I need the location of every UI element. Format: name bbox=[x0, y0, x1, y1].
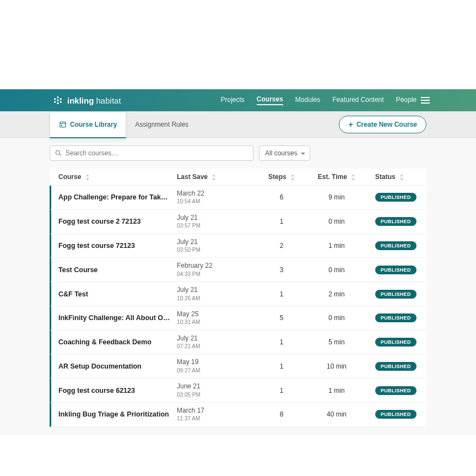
sub-nav: Course LibraryAssignment Rules + Create … bbox=[0, 111, 476, 138]
sort-icon bbox=[399, 175, 404, 180]
status-badge: PUBLISHED bbox=[375, 241, 416, 250]
status-badge: PUBLISHED bbox=[375, 290, 416, 299]
nav-item-featured-content[interactable]: Featured Content bbox=[332, 96, 383, 105]
table-row[interactable]: C&F TestJuly 2110:26 AM12 minPUBLISHED bbox=[50, 282, 426, 306]
nav-item-people[interactable]: People bbox=[396, 96, 416, 105]
col-header-steps[interactable]: Steps bbox=[254, 173, 309, 181]
svg-point-3 bbox=[54, 101, 56, 102]
row-est-time: 1 min bbox=[309, 387, 364, 394]
svg-point-8 bbox=[61, 125, 62, 126]
table-body: App Challenge: Prepare for TakeoffMarch … bbox=[50, 186, 426, 427]
plus-icon: + bbox=[348, 120, 353, 128]
course-table: Course Last Save Steps Est. Time bbox=[50, 169, 426, 427]
table-row[interactable]: Coaching & Feedback DemoJuly 2107:21 AM1… bbox=[50, 331, 426, 355]
row-last-save: July 2107:21 AM bbox=[177, 334, 254, 350]
library-icon bbox=[59, 121, 67, 128]
status-badge: PUBLISHED bbox=[375, 193, 416, 202]
row-steps: 6 bbox=[254, 193, 309, 201]
status-badge: PUBLISHED bbox=[375, 362, 416, 371]
row-est-time: 40 min bbox=[309, 410, 364, 418]
table-row[interactable]: Test CourseFebruary 2204:33 PM30 minPUBL… bbox=[50, 258, 426, 282]
brand-strong: inkling bbox=[67, 96, 94, 105]
table-row[interactable]: AR Setup DocumentationMay 1909:27 AM110 … bbox=[50, 354, 426, 378]
row-est-time: 2 min bbox=[309, 290, 364, 298]
svg-point-2 bbox=[60, 98, 62, 100]
row-last-save: February 2204:33 PM bbox=[177, 262, 254, 278]
row-last-save: May 2510:31 AM bbox=[177, 310, 254, 326]
table-row[interactable]: Fogg test course 2 72123July 2103:57 PM1… bbox=[50, 210, 426, 234]
row-title: Test Course bbox=[58, 266, 177, 274]
status-badge: PUBLISHED bbox=[375, 410, 416, 419]
row-status: PUBLISHED bbox=[364, 193, 420, 202]
row-title: C&F Test bbox=[58, 290, 177, 298]
svg-rect-7 bbox=[60, 122, 66, 127]
row-last-save: June 2103:05 PM bbox=[177, 382, 254, 398]
svg-point-5 bbox=[57, 102, 58, 104]
table-header: Course Last Save Steps Est. Time bbox=[50, 169, 426, 186]
status-badge: PUBLISHED bbox=[375, 313, 416, 322]
search-box[interactable] bbox=[50, 145, 253, 161]
row-steps: 2 bbox=[254, 242, 309, 250]
row-est-time: 5 min bbox=[309, 338, 364, 346]
row-steps: 5 bbox=[254, 314, 309, 322]
row-status: PUBLISHED bbox=[364, 217, 420, 226]
row-status: PUBLISHED bbox=[364, 241, 420, 250]
row-last-save: July 2103:57 PM bbox=[177, 214, 254, 230]
col-header-status[interactable]: Status bbox=[364, 173, 420, 181]
sort-icon bbox=[290, 175, 295, 180]
row-steps: 8 bbox=[254, 410, 309, 418]
status-badge: PUBLISHED bbox=[375, 338, 416, 347]
row-status: PUBLISHED bbox=[364, 362, 420, 371]
row-status: PUBLISHED bbox=[364, 386, 420, 395]
sort-icon bbox=[85, 175, 90, 180]
row-title: Inkling Bug Triage & Prioritization bbox=[58, 410, 177, 418]
svg-point-6 bbox=[57, 99, 58, 101]
row-last-save: July 2110:26 AM bbox=[177, 286, 254, 302]
search-row: All courses bbox=[50, 145, 426, 161]
nav-links: ProjectsCoursesModulesFeatured ContentPe… bbox=[220, 95, 416, 105]
svg-point-0 bbox=[57, 96, 58, 98]
row-title: Fogg test course 2 72123 bbox=[58, 218, 177, 225]
subtabs: Course LibraryAssignment Rules bbox=[50, 111, 197, 138]
table-row[interactable]: App Challenge: Prepare for TakeoffMarch … bbox=[50, 186, 426, 210]
col-header-est-time[interactable]: Est. Time bbox=[309, 173, 364, 181]
row-last-save: May 1909:27 AM bbox=[177, 358, 254, 374]
table-row[interactable]: Inkling Bug Triage & PrioritizationMarch… bbox=[50, 403, 426, 427]
row-steps: 1 bbox=[254, 290, 309, 298]
content-area: All courses Course Last Save Steps bbox=[0, 138, 476, 435]
filter-selected-label: All courses bbox=[265, 149, 298, 157]
row-status: PUBLISHED bbox=[364, 266, 420, 274]
row-est-time: 1 min bbox=[309, 242, 364, 250]
row-last-save: March 1711:37 AM bbox=[177, 407, 254, 423]
row-status: PUBLISHED bbox=[364, 290, 420, 299]
tab-assignment-rules[interactable]: Assignment Rules bbox=[126, 111, 197, 138]
top-nav: inkling habitat ProjectsCoursesModulesFe… bbox=[0, 89, 476, 111]
row-title: AR Setup Documentation bbox=[58, 363, 177, 370]
filter-select[interactable]: All courses bbox=[259, 145, 310, 161]
row-steps: 3 bbox=[254, 266, 309, 274]
table-row[interactable]: Fogg test course 72123July 2103:50 PM21 … bbox=[50, 234, 426, 258]
row-steps: 1 bbox=[254, 363, 309, 370]
nav-item-projects[interactable]: Projects bbox=[220, 96, 244, 105]
status-badge: PUBLISHED bbox=[375, 217, 416, 226]
col-header-course[interactable]: Course bbox=[58, 173, 177, 181]
row-title: Fogg test course 72123 bbox=[58, 242, 177, 250]
tab-course-library[interactable]: Course Library bbox=[50, 112, 126, 138]
hamburger-icon[interactable] bbox=[421, 97, 430, 104]
search-input[interactable] bbox=[66, 149, 248, 157]
nav-item-courses[interactable]: Courses bbox=[257, 95, 283, 105]
nav-item-modules[interactable]: Modules bbox=[295, 96, 320, 105]
table-row[interactable]: Fogg test course 62123June 2103:05 PM11 … bbox=[50, 378, 426, 403]
create-course-button[interactable]: + Create New Course bbox=[339, 116, 426, 133]
svg-point-9 bbox=[56, 150, 60, 154]
row-title: Coaching & Feedback Demo bbox=[58, 338, 177, 346]
col-header-last-save[interactable]: Last Save bbox=[177, 173, 254, 181]
svg-point-1 bbox=[54, 98, 56, 100]
row-steps: 1 bbox=[254, 338, 309, 346]
table-row[interactable]: InkFinity Challenge: All About Our In…Ma… bbox=[50, 306, 426, 331]
row-title: App Challenge: Prepare for Takeoff bbox=[58, 193, 177, 201]
sort-icon bbox=[212, 175, 216, 180]
row-title: InkFinity Challenge: All About Our In… bbox=[58, 314, 177, 322]
logo-icon bbox=[53, 95, 63, 105]
status-badge: PUBLISHED bbox=[375, 266, 416, 274]
